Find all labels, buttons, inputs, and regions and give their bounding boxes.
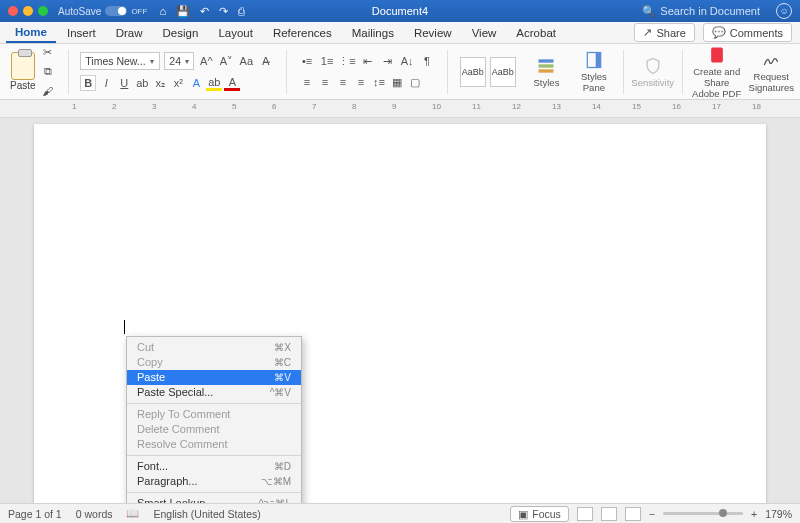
font-color-icon[interactable]: A <box>224 75 240 91</box>
tab-acrobat[interactable]: Acrobat <box>507 24 565 42</box>
tab-view[interactable]: View <box>463 24 506 42</box>
line-spacing-icon[interactable]: ↕≡ <box>371 74 387 90</box>
multilevel-list-icon[interactable]: ⋮≡ <box>339 53 355 69</box>
status-page[interactable]: Page 1 of 1 <box>8 508 62 520</box>
clipboard-icon <box>11 52 35 80</box>
svg-rect-0 <box>539 59 554 62</box>
text-effects-icon[interactable]: A <box>188 75 204 91</box>
autosave-switch[interactable] <box>105 6 127 16</box>
home-icon[interactable]: ⌂ <box>159 5 166 17</box>
show-marks-icon[interactable]: ¶ <box>419 53 435 69</box>
decrease-indent-icon[interactable]: ⇤ <box>359 53 375 69</box>
tab-layout[interactable]: Layout <box>209 24 262 42</box>
status-words[interactable]: 0 words <box>76 508 113 520</box>
subscript-button[interactable]: x₂ <box>152 75 168 91</box>
zoom-slider[interactable] <box>663 512 743 515</box>
quick-access-toolbar: ⌂ 💾 ↶ ↷ ⎙ <box>159 5 245 18</box>
bold-button[interactable]: B <box>80 75 96 91</box>
svg-rect-5 <box>711 47 723 62</box>
grow-font-icon[interactable]: A^ <box>198 53 214 69</box>
copy-icon[interactable]: ⧉ <box>40 64 56 80</box>
ctx-smart-lookup[interactable]: Smart Lookup...^⌥⌘L <box>127 496 301 503</box>
focus-mode-button[interactable]: ▣Focus <box>510 506 569 522</box>
share-button[interactable]: ↗Share <box>634 23 694 42</box>
print-icon[interactable]: ⎙ <box>238 5 245 17</box>
ctx-delete-comment: Delete Comment <box>127 422 301 437</box>
paste-button[interactable]: Paste <box>10 52 36 91</box>
clipboard-group: Paste ✂ ⧉ 🖌 <box>6 45 60 99</box>
request-signatures-button[interactable]: Request Signatures <box>749 50 794 93</box>
styles-gallery-button[interactable]: Styles <box>526 56 567 88</box>
cut-icon[interactable]: ✂ <box>40 45 56 61</box>
shading-icon[interactable]: ▦ <box>389 74 405 90</box>
comments-button[interactable]: 💬Comments <box>703 23 792 42</box>
view-print-icon[interactable] <box>601 507 617 521</box>
strikethrough-button[interactable]: ab <box>134 75 150 91</box>
save-icon[interactable]: 💾 <box>176 5 190 18</box>
borders-icon[interactable]: ▢ <box>407 74 423 90</box>
format-painter-icon[interactable]: 🖌 <box>40 83 56 99</box>
status-language[interactable]: English (United States) <box>153 508 260 520</box>
share-icon: ↗ <box>643 26 652 39</box>
status-spellcheck-icon[interactable]: 📖 <box>126 507 139 520</box>
clear-formatting-icon[interactable]: A̶ <box>258 53 274 69</box>
undo-icon[interactable]: ↶ <box>200 5 209 18</box>
ctx-paragraph[interactable]: Paragraph...⌥⌘M <box>127 474 301 489</box>
highlight-color-icon[interactable]: ab <box>206 75 222 91</box>
style-nospace[interactable]: AaBb <box>490 57 516 87</box>
view-read-icon[interactable] <box>577 507 593 521</box>
view-web-icon[interactable] <box>625 507 641 521</box>
change-case-icon[interactable]: Aa <box>238 53 254 69</box>
tab-review[interactable]: Review <box>405 24 461 42</box>
font-name-combo[interactable]: Times New...▾ <box>80 52 160 70</box>
tab-insert[interactable]: Insert <box>58 24 105 42</box>
font-size-combo[interactable]: 24▾ <box>164 52 194 70</box>
ctx-font[interactable]: Font...⌘D <box>127 459 301 474</box>
sensitivity-button[interactable]: Sensitivity <box>631 56 674 88</box>
increase-indent-icon[interactable]: ⇥ <box>379 53 395 69</box>
zoom-out-button[interactable]: − <box>649 508 655 520</box>
styles-group: AaBb AaBb <box>456 57 520 87</box>
titlebar: AutoSave OFF ⌂ 💾 ↶ ↷ ⎙ Document4 🔍 Searc… <box>0 0 800 22</box>
tab-mailings[interactable]: Mailings <box>343 24 403 42</box>
italic-button[interactable]: I <box>98 75 114 91</box>
comment-icon: 💬 <box>712 26 726 39</box>
context-menu: Cut⌘X Copy⌘C Paste⌘V Paste Special...^⌘V… <box>126 336 302 503</box>
style-normal[interactable]: AaBb <box>460 57 486 87</box>
zoom-window-button[interactable] <box>38 6 48 16</box>
align-center-icon[interactable]: ≡ <box>317 74 333 90</box>
shrink-font-icon[interactable]: A˅ <box>218 53 234 69</box>
justify-icon[interactable]: ≡ <box>353 74 369 90</box>
close-window-button[interactable] <box>8 6 18 16</box>
horizontal-ruler[interactable]: 1 2 3 4 5 6 7 8 9 10 11 12 13 14 15 16 1… <box>0 100 800 118</box>
feedback-icon[interactable]: ☺ <box>776 3 792 19</box>
numbering-icon[interactable]: 1≡ <box>319 53 335 69</box>
bullets-icon[interactable]: •≡ <box>299 53 315 69</box>
zoom-in-button[interactable]: + <box>751 508 757 520</box>
status-bar: Page 1 of 1 0 words 📖 English (United St… <box>0 503 800 523</box>
styles-pane-button[interactable]: Styles Pane <box>573 50 614 93</box>
tab-references[interactable]: References <box>264 24 341 42</box>
autosave-toggle[interactable]: AutoSave OFF <box>58 6 147 17</box>
minimize-window-button[interactable] <box>23 6 33 16</box>
tab-draw[interactable]: Draw <box>107 24 152 42</box>
sort-icon[interactable]: A↓ <box>399 53 415 69</box>
ctx-paste-special[interactable]: Paste Special...^⌘V <box>127 385 301 400</box>
zoom-level[interactable]: 179% <box>765 508 792 520</box>
search-placeholder: Search in Document <box>660 5 760 17</box>
search-icon: 🔍 <box>642 5 656 18</box>
align-right-icon[interactable]: ≡ <box>335 74 351 90</box>
ribbon-home: Paste ✂ ⧉ 🖌 Times New...▾ 24▾ A^ A˅ Aa A… <box>0 44 800 100</box>
superscript-button[interactable]: x² <box>170 75 186 91</box>
search-box[interactable]: 🔍 Search in Document <box>642 5 760 18</box>
ctx-reply-comment: Reply To Comment <box>127 407 301 422</box>
tab-design[interactable]: Design <box>154 24 208 42</box>
tab-home[interactable]: Home <box>6 23 56 43</box>
underline-button[interactable]: U <box>116 75 132 91</box>
create-share-pdf-button[interactable]: Create and Share Adobe PDF <box>691 45 743 99</box>
ctx-paste[interactable]: Paste⌘V <box>127 370 301 385</box>
document-title: Document4 <box>372 5 428 17</box>
align-left-icon[interactable]: ≡ <box>299 74 315 90</box>
zoom-thumb[interactable] <box>719 509 727 517</box>
redo-icon[interactable]: ↷ <box>219 5 228 18</box>
